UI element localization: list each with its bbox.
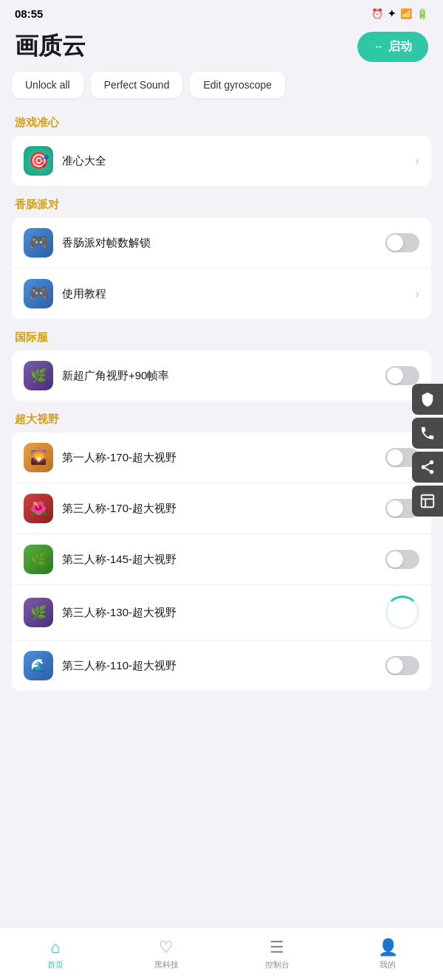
status-icons: ⏰ ✦ 📶 🔋 (371, 8, 428, 19)
tutorial-chevron: › (415, 286, 419, 302)
tab-row: Unlock all Perfect Sound Edit gyroscope (0, 72, 443, 106)
svg-rect-5 (422, 495, 434, 508)
list-item-third-130[interactable]: 🌿 第三人称-130-超大视野 (12, 585, 431, 641)
app-title: 画质云 (15, 30, 86, 63)
wide-angle-toggle[interactable] (385, 366, 419, 385)
list-item-third-110[interactable]: 🌊 第三人称-110-超大视野 (12, 641, 431, 691)
intl-icon: 🌿 (24, 361, 53, 390)
section-label-crosshair: 游戏准心 (0, 106, 443, 136)
alarm-icon: ⏰ (371, 8, 383, 19)
home-label: 首页 (47, 959, 63, 970)
list-item-tutorial[interactable]: 🎮 使用教程 › (12, 269, 431, 319)
third-145-text: 第三人称-145-超大视野 (62, 553, 385, 567)
third-145-toggle[interactable] (385, 550, 419, 569)
signal-icon: ✦ (388, 8, 396, 19)
start-icon: ↔ (374, 41, 384, 52)
third-130-toggle-loading[interactable] (385, 596, 419, 629)
header: 画质云 ↔ 启动 (0, 24, 443, 72)
first-170-text: 第一人称-170-超大视野 (62, 451, 385, 465)
list-item-third-170[interactable]: 🌺 第三人称-170-超大视野 (12, 483, 431, 534)
card-fov: 🌄 第一人称-170-超大视野 🌺 第三人称-170-超大视野 🌿 第三人称-1… (12, 432, 431, 691)
third-110-icon: 🌊 (24, 651, 53, 680)
crosshair-icon: 🎯 (24, 146, 53, 176)
nav-home[interactable]: ⌂ 首页 (0, 928, 111, 980)
float-box-button[interactable] (412, 486, 443, 517)
svg-line-3 (425, 468, 430, 471)
svg-point-0 (430, 460, 434, 465)
wifi-icon: 📶 (400, 8, 412, 19)
section-label-sausage: 香肠派对 (0, 187, 443, 218)
section-label-fov: 超大视野 (0, 402, 443, 432)
nav-console[interactable]: ☰ 控制台 (222, 928, 332, 980)
svg-point-2 (430, 470, 434, 475)
start-button[interactable]: ↔ 启动 (357, 32, 428, 62)
float-shield-button[interactable] (412, 384, 443, 415)
fps-unlock-text: 香肠派对帧数解锁 (62, 236, 385, 250)
tab-unlock-all[interactable]: Unlock all (12, 72, 83, 98)
list-item-wide-angle[interactable]: 🌿 新超广角视野+90帧率 (12, 351, 431, 401)
third-170-text: 第三人称-170-超大视野 (62, 502, 385, 516)
console-label: 控制台 (265, 959, 289, 970)
status-time: 08:55 (15, 7, 43, 20)
wide-angle-text: 新超广角视野+90帧率 (62, 369, 385, 383)
home-icon: ⌂ (50, 938, 60, 957)
svg-point-1 (422, 465, 426, 469)
card-intl: 🌿 新超广角视野+90帧率 (12, 351, 431, 401)
list-item-third-145[interactable]: 🌿 第三人称-145-超大视野 (12, 534, 431, 585)
fps-unlock-toggle[interactable] (385, 233, 419, 252)
chevron-icon: › (415, 153, 419, 169)
profile-label: 我的 (380, 959, 396, 970)
third-110-text: 第三人称-110-超大视野 (62, 659, 385, 673)
tutorial-icon: 🎮 (24, 279, 53, 308)
card-sausage: 🎮 香肠派对帧数解锁 🎮 使用教程 › (12, 218, 431, 319)
third-170-icon: 🌺 (24, 494, 53, 523)
list-item-fps-unlock[interactable]: 🎮 香肠派对帧数解锁 (12, 218, 431, 269)
list-item-crosshair-all[interactable]: 🎯 准心大全 › (12, 136, 431, 186)
first-170-icon: 🌄 (24, 443, 53, 472)
tech-icon: ♡ (159, 938, 174, 957)
status-bar: 08:55 ⏰ ✦ 📶 🔋 (0, 0, 443, 24)
tab-perfect-sound[interactable]: Perfect Sound (91, 72, 183, 98)
profile-icon: 👤 (378, 938, 398, 957)
console-icon: ☰ (269, 938, 284, 957)
nav-profile[interactable]: 👤 我的 (332, 928, 443, 980)
float-buttons (412, 384, 443, 517)
tech-label: 黑科技 (154, 959, 179, 970)
start-label: 启动 (388, 39, 412, 55)
battery-icon: 🔋 (416, 8, 428, 19)
third-130-icon: 🌿 (24, 598, 53, 627)
third-110-toggle[interactable] (385, 656, 419, 675)
third-130-text: 第三人称-130-超大视野 (62, 606, 385, 620)
float-phone-button[interactable] (412, 418, 443, 449)
svg-line-4 (425, 463, 430, 466)
section-label-intl: 国际服 (0, 320, 443, 351)
nav-tech[interactable]: ♡ 黑科技 (111, 928, 222, 980)
float-share-button[interactable] (412, 452, 443, 483)
card-crosshair: 🎯 准心大全 › (12, 136, 431, 186)
tab-edit-gyroscope[interactable]: Edit gyroscope (190, 72, 285, 98)
third-145-icon: 🌿 (24, 545, 53, 574)
tutorial-text: 使用教程 (62, 287, 415, 301)
bottom-nav: ⌂ 首页 ♡ 黑科技 ☰ 控制台 👤 我的 (0, 927, 443, 980)
list-item-first-170[interactable]: 🌄 第一人称-170-超大视野 (12, 432, 431, 483)
sausage-icon: 🎮 (24, 228, 53, 258)
crosshair-text: 准心大全 (62, 154, 415, 168)
